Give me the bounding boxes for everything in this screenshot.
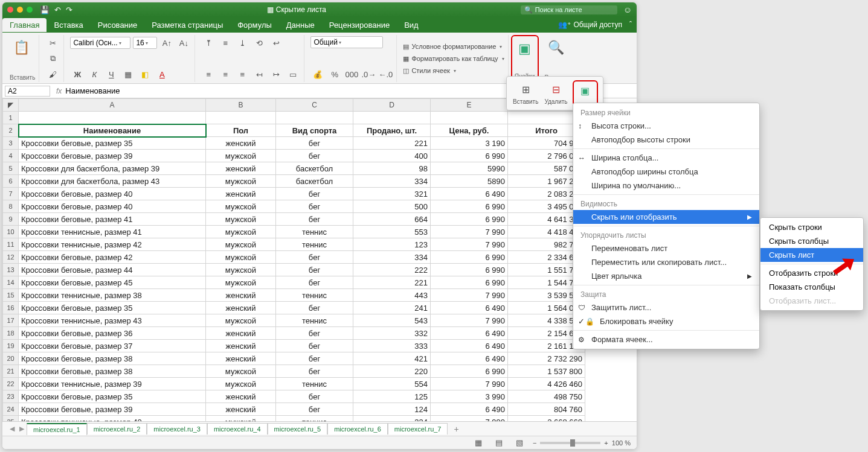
tab-home[interactable]: Главная (2, 18, 47, 32)
cell[interactable]: Кроссовки беговые, размер 38 (19, 352, 206, 365)
cell[interactable]: бег (276, 403, 353, 416)
tab-nav-prev-icon[interactable]: ▶ (17, 425, 27, 433)
save-icon[interactable]: 💾 (40, 5, 50, 14)
sheet-tab[interactable]: microexcel.ru_1 (27, 423, 87, 435)
cell[interactable]: 221 (353, 276, 431, 289)
row-header[interactable]: 6 (3, 175, 19, 188)
align-left-icon[interactable]: ≡ (201, 68, 216, 81)
cell[interactable]: Кроссовки беговые, размер 35 (19, 302, 206, 314)
cell[interactable]: мужской (206, 200, 276, 213)
row-header[interactable]: 16 (3, 302, 19, 314)
cell[interactable]: Кроссовки беговые, размер 36 (19, 327, 206, 340)
cell[interactable]: баскетбол (276, 175, 353, 188)
increase-font-icon[interactable]: A↑ (159, 36, 174, 49)
orientation-icon[interactable]: ⟲ (252, 36, 266, 49)
cell[interactable]: 1 537 800 (508, 365, 585, 378)
row-header[interactable]: 21 (3, 365, 19, 378)
zoom-in-icon[interactable]: + (604, 439, 608, 447)
tab-insert[interactable]: Вставка (47, 18, 90, 32)
sheet-tab[interactable]: microexcel.ru_7 (388, 423, 448, 434)
tab-view[interactable]: Вид (397, 18, 426, 32)
cell[interactable]: Кроссовки беговые, размер 35 (19, 390, 206, 403)
cell[interactable]: 664 (353, 213, 431, 226)
underline-icon[interactable]: Ч (104, 68, 118, 81)
cell[interactable]: мужской (206, 365, 276, 378)
cell[interactable]: 7 990 (431, 378, 508, 390)
copy-icon[interactable]: ⧉ (45, 52, 60, 65)
cell[interactable]: бег (276, 150, 353, 162)
decrease-decimal-icon[interactable]: ←.0 (378, 68, 393, 81)
cell[interactable]: мужской (206, 251, 276, 264)
cell[interactable] (431, 112, 508, 124)
cell[interactable]: Кроссовки теннисные, размер 42 (19, 238, 206, 251)
cell[interactable]: теннис (276, 378, 353, 390)
menu-row-height[interactable]: ↕Высота строки... (573, 119, 759, 133)
menu-tab-color[interactable]: Цвет ярлычка▶ (573, 269, 759, 283)
menu-default-width[interactable]: Ширина по умолчанию... (573, 179, 759, 193)
menu-autofit-row[interactable]: Автоподбор высоты строки (573, 133, 759, 147)
row-header[interactable]: 24 (3, 403, 19, 416)
align-center-icon[interactable]: ≡ (218, 68, 233, 81)
col-header[interactable]: A (19, 99, 206, 112)
cell[interactable]: 400 (353, 150, 431, 162)
cell[interactable]: 5890 (431, 175, 508, 188)
cell[interactable]: 6 490 (431, 352, 508, 365)
italic-icon[interactable]: К (87, 68, 101, 81)
page-layout-view-icon[interactable]: ▤ (492, 436, 506, 450)
cell[interactable]: мужской (206, 238, 276, 251)
cell[interactable]: 220 (353, 365, 431, 378)
row-header[interactable]: 7 (3, 188, 19, 200)
sheet-tab[interactable]: microexcel.ru_3 (147, 423, 207, 434)
row-header[interactable]: 13 (3, 264, 19, 276)
row-header[interactable]: 15 (3, 289, 19, 302)
cell[interactable]: 4 426 460 (508, 378, 585, 390)
cell[interactable]: теннис (276, 314, 353, 327)
cell[interactable]: 7 990 (431, 226, 508, 238)
cell[interactable]: бег (276, 213, 353, 226)
cell[interactable]: бег (276, 390, 353, 403)
insert-cells-button[interactable]: ⊞ Вставить (512, 80, 539, 106)
cell[interactable]: 6 990 (431, 150, 508, 162)
cell[interactable]: Кроссовки теннисные, размер 38 (19, 289, 206, 302)
cell[interactable]: бег (276, 352, 353, 365)
cell[interactable]: теннис (276, 238, 353, 251)
row-header[interactable]: 12 (3, 251, 19, 264)
cell[interactable]: Кроссовки теннисные, размер 41 (19, 226, 206, 238)
zoom-control[interactable]: − + 100 % (533, 439, 631, 447)
cell[interactable]: женский (206, 302, 276, 314)
submenu-unhide-rows[interactable]: Отобразить строки (760, 266, 863, 280)
cell[interactable] (353, 112, 431, 124)
cell[interactable]: женский (206, 162, 276, 175)
cut-icon[interactable]: ✂ (45, 36, 60, 49)
borders-icon[interactable]: ▦ (121, 68, 135, 81)
cell[interactable]: Кроссовки для баскетбола, размер 43 (19, 175, 206, 188)
zoom-level[interactable]: 100 % (612, 439, 631, 447)
fill-color-icon[interactable]: ◧ (138, 68, 152, 81)
cell[interactable]: 332 (353, 327, 431, 340)
menu-move-copy-sheet[interactable]: Переместить или скопировать лист... (573, 255, 759, 269)
submenu-unhide-cols[interactable]: Показать столбцы (760, 280, 863, 294)
cell[interactable]: женский (206, 390, 276, 403)
cell[interactable]: теннис (276, 289, 353, 302)
col-header[interactable]: E (431, 99, 508, 112)
tab-draw[interactable]: Рисование (91, 18, 144, 32)
row-header[interactable]: 23 (3, 390, 19, 403)
cell[interactable]: Кроссовки беговые, размер 40 (19, 188, 206, 200)
redo-icon[interactable]: ↷ (66, 5, 72, 14)
percent-icon[interactable]: % (327, 68, 342, 81)
row-header[interactable]: 9 (3, 213, 19, 226)
tab-layout[interactable]: Разметка страницы (144, 18, 230, 32)
font-color-icon[interactable]: A (155, 68, 169, 81)
cell[interactable]: 221 (353, 137, 431, 150)
submenu-hide-sheet[interactable]: Скрыть лист (760, 248, 863, 262)
tab-data[interactable]: Данные (279, 18, 322, 32)
cell[interactable]: 3 190 (431, 137, 508, 150)
align-top-icon[interactable]: ⤒ (201, 36, 216, 49)
cell[interactable]: Кроссовки беговые, размер 40 (19, 200, 206, 213)
cell[interactable]: 543 (353, 314, 431, 327)
cell[interactable]: мужской (206, 276, 276, 289)
paste-button[interactable]: 📋 (10, 36, 33, 59)
cell[interactable]: 2 732 290 (508, 352, 585, 365)
cells-group[interactable]: ▣ Ячейки (511, 35, 539, 82)
cell[interactable]: 5990 (431, 162, 508, 175)
